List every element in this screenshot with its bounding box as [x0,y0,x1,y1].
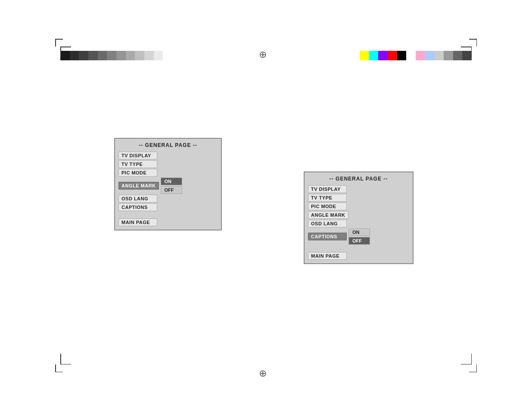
osd-panel-right: -- GENERAL PAGE -- TV DISPLAY TV TYPE PI… [304,171,414,264]
osd-menu-left: TV DISPLAY TV TYPE PIC MODE ANGLE MARK O… [118,152,218,211]
osd-panel-left: -- GENERAL PAGE -- TV DISPLAY TV TYPE PI… [114,138,222,230]
color-bar-right [360,51,472,60]
osd-row-captions-right: CAPTIONS ON OFF [308,228,409,245]
osd-row-captions-left: CAPTIONS [118,203,218,211]
angle-mark-submenu: ON OFF [161,177,182,194]
captions-submenu: ON OFF [348,228,370,245]
osd-main-page-right[interactable]: MAIN PAGE [308,252,347,260]
osd-sub-on[interactable]: ON [161,177,182,185]
reg-mark-top-right [469,39,477,47]
crosshair-top-center: ⊕ [259,49,267,60]
osd-item-pic-mode-r[interactable]: PIC MODE [308,202,347,210]
osd-row-angle-mark-r: ANGLE MARK [308,211,409,219]
osd-bottom-left: MAIN PAGE [118,218,218,226]
osd-row-tv-display-r: TV DISPLAY [308,185,409,193]
osd-item-tv-display-r[interactable]: TV DISPLAY [308,185,347,193]
color-bar-left [60,51,172,60]
osd-item-captions-left[interactable]: CAPTIONS [118,203,157,211]
osd-item-tv-display[interactable]: TV DISPLAY [118,152,157,159]
osd-item-tv-type-r[interactable]: TV TYPE [308,194,347,202]
osd-item-tv-type[interactable]: TV TYPE [118,160,157,168]
osd-item-pic-mode[interactable]: PIC MODE [118,169,157,177]
osd-row-tv-type: TV TYPE [118,160,218,168]
thin-line-bl-v [60,354,61,364]
reg-mark-bottom-left [55,364,63,372]
osd-title-right: -- GENERAL PAGE -- [308,176,409,182]
thin-line-br-h [461,364,472,365]
osd-row-tv-type-r: TV TYPE [308,194,409,202]
osd-title-left: -- GENERAL PAGE -- [118,142,218,148]
osd-bottom-right: MAIN PAGE [308,252,409,260]
thin-line-tl-h [60,47,71,47]
osd-menu-right: TV DISPLAY TV TYPE PIC MODE ANGLE MARK O… [308,185,409,245]
osd-item-osd-lang[interactable]: OSD LANG [118,195,157,202]
osd-sub-captions-on[interactable]: ON [348,228,370,236]
thin-line-bl-h [60,364,71,365]
osd-row-pic-mode: PIC MODE [118,169,218,177]
osd-row-tv-display: TV DISPLAY [118,152,218,159]
osd-item-angle-mark-r[interactable]: ANGLE MARK [308,211,348,219]
thin-line-tr-h [461,47,472,47]
osd-row-osd-lang-r: OSD LANG [308,220,409,227]
crosshair-bottom-center: ⊕ [259,368,267,379]
thin-line-br-v [471,354,472,364]
reg-mark-top-left [55,39,63,47]
osd-main-page-left[interactable]: MAIN PAGE [118,218,157,226]
thin-line-tr-v [471,47,472,57]
osd-row-angle-mark: ANGLE MARK ON OFF [118,177,218,194]
osd-sub-captions-off[interactable]: OFF [348,237,370,245]
osd-sub-off[interactable]: OFF [161,186,182,194]
osd-item-captions-right[interactable]: CAPTIONS [308,233,347,240]
osd-row-osd-lang: OSD LANG [118,195,218,202]
reg-mark-bottom-right [469,364,477,372]
osd-item-angle-mark[interactable]: ANGLE MARK [118,182,159,190]
osd-row-pic-mode-r: PIC MODE [308,202,409,210]
osd-item-osd-lang-r[interactable]: OSD LANG [308,220,347,227]
thin-line-tl-v [60,47,61,57]
